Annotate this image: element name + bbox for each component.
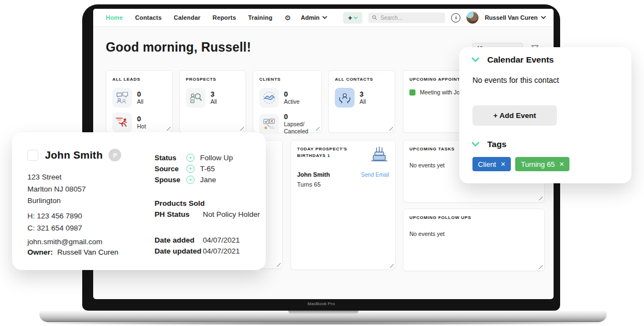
- address-line: 123 Street: [27, 171, 86, 183]
- add-field-icon[interactable]: +: [186, 165, 195, 173]
- date-added-value: 04/07/2021: [203, 236, 240, 244]
- stat-card-clients: CLIENTS 0 Active 0 Lapsed/ Canceled: [253, 70, 322, 133]
- stat-value: 3: [360, 90, 366, 98]
- ph-status-row: PH Status Not Policy Holder: [155, 210, 260, 218]
- date-added-label: Date added: [155, 236, 203, 244]
- contacts-icon: [335, 88, 355, 108]
- empty-state-text: No events yet: [409, 231, 538, 237]
- stat-value: 0: [284, 90, 300, 98]
- plus-icon: +: [348, 14, 352, 21]
- contact-name: John Smith: [45, 149, 102, 161]
- add-field-icon[interactable]: +: [186, 154, 195, 162]
- field-label: Spouse: [155, 176, 186, 184]
- search-input[interactable]: [380, 15, 441, 21]
- birthday-contact-name[interactable]: John Smith: [297, 171, 330, 178]
- resize-handle[interactable]: [240, 126, 244, 131]
- birthday-detail: Turns 65: [297, 181, 389, 188]
- nav-item-reports[interactable]: Reports: [213, 14, 236, 21]
- tag-chip-turning-65[interactable]: Turning 65 ✕: [515, 157, 569, 171]
- lapsed-canceled-icon: [259, 114, 279, 134]
- field-value: Jane: [200, 176, 216, 184]
- chevron-down-icon: [322, 16, 327, 19]
- owner-label: Owner:: [27, 248, 53, 256]
- date-updated-value: 04/07/2021: [203, 247, 240, 255]
- field-label: Source: [155, 165, 186, 173]
- field-label: Status: [155, 154, 186, 162]
- calendar-events-popover: Calendar Events No events for this conta…: [459, 47, 631, 183]
- owner-value: Russell Van Curen: [58, 248, 119, 256]
- tag-chip-client[interactable]: Client ✕: [472, 157, 511, 171]
- tag-label: Client: [478, 160, 496, 168]
- user-name: Russell Van Curen: [485, 14, 538, 21]
- clients-icon: [259, 88, 279, 108]
- remove-tag-icon[interactable]: ✕: [559, 161, 564, 168]
- resize-handle[interactable]: [389, 263, 394, 268]
- resize-handle[interactable]: [276, 262, 281, 267]
- laptop-notch: [288, 311, 358, 315]
- leads-icon: [112, 88, 132, 108]
- stat-label: All: [137, 98, 144, 105]
- settings-gears-icon[interactable]: ⚙: [284, 14, 291, 21]
- resize-handle[interactable]: [538, 196, 543, 200]
- info-icon[interactable]: i: [451, 13, 460, 23]
- field-value: Follow Up: [200, 154, 233, 162]
- appointment-text: Meeting with Joh: [420, 89, 463, 95]
- resize-handle[interactable]: [166, 126, 170, 131]
- stat-value: 0: [137, 115, 146, 123]
- chevron-down-icon: [354, 16, 358, 19]
- contact-email: john.smith@gmail.com: [27, 238, 102, 246]
- date-added-row: Date added 04/07/2021: [155, 236, 240, 244]
- chevron-down-icon: [471, 142, 480, 147]
- user-avatar[interactable]: [466, 12, 478, 24]
- field-row-source: Source + T-65: [155, 163, 233, 174]
- stat-value: 0: [137, 90, 144, 98]
- user-menu[interactable]: Russell Van Curen: [485, 14, 546, 21]
- card-upcoming-followups: UPCOMING FOLLOW UPS No events yet: [403, 209, 545, 271]
- card-title: ALL CONTACTS: [335, 76, 389, 83]
- date-updated-label: Date updated: [155, 247, 203, 255]
- prospects-icon: [186, 88, 206, 108]
- stat-label: Active: [284, 98, 300, 105]
- phone-home: H: 123 456 7890: [27, 210, 82, 222]
- admin-label: Admin: [301, 14, 320, 21]
- card-title: ALL LEADS: [112, 76, 166, 83]
- stat-label: All: [360, 98, 366, 105]
- stat-label: Hot: [137, 123, 146, 130]
- add-event-button[interactable]: + Add Event: [472, 105, 557, 126]
- quick-add-button[interactable]: +: [343, 12, 362, 24]
- page-title: Good morning, Russell!: [106, 40, 251, 55]
- calendar-events-header[interactable]: Calendar Events: [471, 55, 554, 65]
- resize-handle[interactable]: [389, 126, 393, 131]
- resize-handle[interactable]: [538, 265, 543, 269]
- search-icon: [372, 15, 377, 20]
- field-row-spouse: Spouse + Jane: [155, 174, 233, 185]
- prospect-badge: P: [109, 149, 121, 161]
- chevron-down-icon: [541, 16, 546, 19]
- nav-item-home[interactable]: Home: [106, 14, 123, 21]
- laptop-base: [39, 311, 607, 322]
- resize-handle[interactable]: [315, 126, 320, 131]
- phone-cell: C: 321 654 0987: [27, 222, 82, 234]
- tags-header[interactable]: Tags: [471, 139, 506, 149]
- stat-value: 0: [284, 113, 308, 121]
- card-title: CLIENTS: [259, 76, 315, 83]
- stat-label: All: [210, 98, 217, 105]
- event-color-swatch: [409, 89, 415, 95]
- hot-lead-icon: [112, 113, 132, 132]
- remove-tag-icon[interactable]: ✕: [500, 161, 505, 168]
- nav-item-calendar[interactable]: Calendar: [174, 14, 201, 21]
- stat-card-all-contacts: ALL CONTACTS 3 All: [328, 70, 395, 133]
- nav-item-training[interactable]: Training: [248, 14, 272, 21]
- send-email-link[interactable]: Send Email: [361, 172, 389, 178]
- products-sold-label: Products Sold: [155, 199, 205, 207]
- search-box: [368, 13, 445, 23]
- top-navbar: Home Contacts Calendar Reports Training …: [93, 9, 554, 27]
- nav-item-admin[interactable]: Admin: [301, 14, 327, 21]
- page: MacBook Pro Home Contacts Calendar Repor…: [0, 0, 644, 326]
- nav-item-contacts[interactable]: Contacts: [135, 14, 162, 21]
- address-line: Marlton NJ 08057: [27, 183, 86, 195]
- address-line: Burlington: [27, 195, 86, 207]
- stat-label: Lapsed/ Canceled: [284, 121, 308, 135]
- add-field-icon[interactable]: +: [186, 176, 195, 184]
- contact-checkbox[interactable]: [27, 150, 38, 161]
